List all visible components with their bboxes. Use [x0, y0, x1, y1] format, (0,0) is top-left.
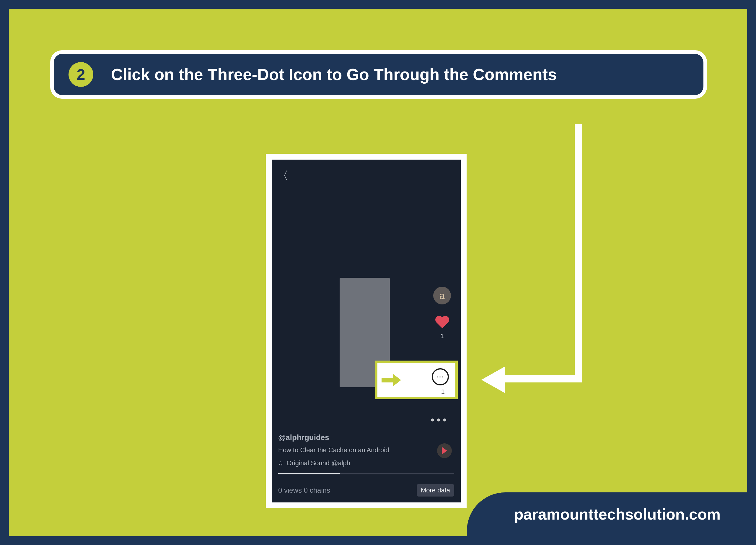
music-note-icon: ♫	[278, 459, 283, 467]
video-metadata: @alphrguides How to Clear the Cache on a…	[278, 433, 425, 467]
video-sound-row[interactable]: ♫ Original Sound @alph	[278, 459, 425, 467]
arrow-head-icon	[481, 367, 505, 393]
sound-label: Original Sound @alph	[287, 459, 351, 467]
sound-disc-icon[interactable]	[437, 443, 452, 458]
step-title: Click on the Three-Dot Icon to Go Throug…	[111, 65, 557, 84]
step-number-badge: 2	[69, 62, 93, 87]
user-avatar[interactable]: a	[433, 287, 451, 305]
video-bottom-bar: 0 views 0 chains More data	[278, 484, 454, 497]
comment-icon[interactable]: ···	[432, 368, 449, 385]
video-progress-bar[interactable]	[278, 473, 454, 474]
site-watermark: paramounttechsolution.com	[467, 492, 747, 536]
back-icon[interactable]: 〈	[278, 168, 288, 183]
video-stats: 0 views 0 chains	[278, 486, 330, 494]
comment-highlight[interactable]: ··· 1	[375, 361, 458, 399]
slide-canvas: 2 Click on the Three-Dot Icon to Go Thro…	[9, 9, 747, 536]
more-options-icon[interactable]: •••	[431, 414, 449, 426]
step-header-inner: 2 Click on the Three-Dot Icon to Go Thro…	[54, 54, 703, 95]
phone-screenshot-frame: 〈 a 1 ··· 1 ••• @alphrguides How to Clea…	[266, 154, 467, 508]
pointer-arrow	[484, 124, 582, 384]
progress-filled	[278, 473, 340, 474]
highlight-arrow-icon	[382, 374, 403, 386]
more-data-button[interactable]: More data	[417, 484, 454, 497]
like-icon[interactable]	[435, 316, 449, 331]
step-header: 2 Click on the Three-Dot Icon to Go Thro…	[50, 50, 707, 99]
video-action-stack: a 1	[432, 287, 452, 340]
video-username[interactable]: @alphrguides	[278, 433, 425, 442]
like-count: 1	[432, 333, 452, 340]
comment-count: 1	[441, 388, 445, 396]
video-title: How to Clear the Cache on an Android	[278, 446, 425, 454]
phone-screen: 〈 a 1 ··· 1 ••• @alphrguides How to Clea…	[272, 160, 461, 502]
